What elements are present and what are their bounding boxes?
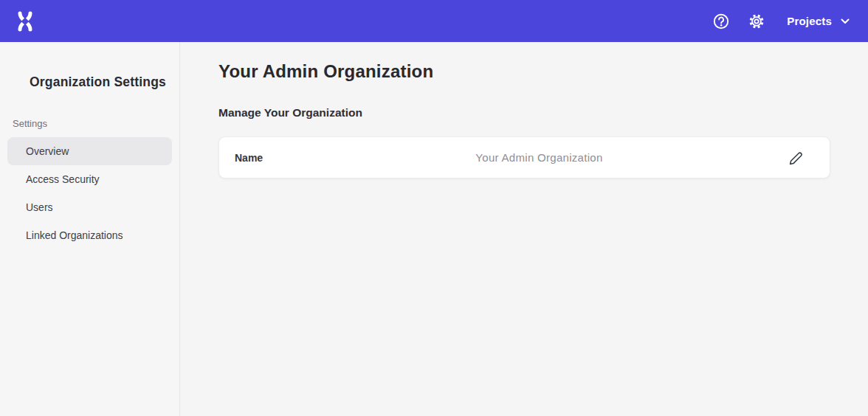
settings-button[interactable]	[748, 13, 765, 30]
edit-name-button[interactable]	[787, 148, 806, 167]
mendix-logo-icon	[14, 10, 36, 32]
sidebar-item-access-security[interactable]: Access Security	[7, 165, 172, 193]
app-header: Projects	[0, 0, 868, 42]
name-field-row: Name Your Admin Organization	[218, 136, 830, 178]
sidebar-item-linked-organizations[interactable]: Linked Organizations	[7, 221, 172, 249]
name-field-label: Name	[235, 152, 263, 164]
sidebar-item-label: Linked Organizations	[26, 229, 123, 241]
sidebar-item-label: Access Security	[26, 173, 100, 185]
help-icon	[712, 13, 730, 30]
page-title: Your Admin Organization	[218, 61, 830, 82]
main-content: Your Admin Organization Manage Your Orga…	[180, 42, 868, 416]
sidebar: Organization Settings Settings Overview …	[0, 42, 180, 416]
gear-icon	[748, 13, 765, 30]
app-body: Organization Settings Settings Overview …	[0, 42, 868, 416]
section-title: Manage Your Organization	[218, 106, 830, 119]
chevron-down-icon	[841, 18, 850, 24]
name-field-value: Your Admin Organization	[475, 151, 602, 164]
sidebar-item-label: Overview	[26, 145, 69, 157]
sidebar-item-overview[interactable]: Overview	[7, 137, 172, 165]
sidebar-item-users[interactable]: Users	[7, 193, 172, 221]
sidebar-item-label: Users	[26, 201, 53, 213]
home-logo-button[interactable]	[14, 10, 36, 32]
pencil-icon	[788, 149, 805, 167]
sidebar-nav: Overview Access Security Users Linked Or…	[7, 137, 172, 249]
header-actions: Projects	[712, 13, 850, 30]
sidebar-title: Organization Settings	[30, 74, 179, 90]
projects-label: Projects	[787, 15, 832, 27]
help-button[interactable]	[712, 13, 730, 30]
sidebar-section-label: Settings	[13, 118, 179, 129]
projects-dropdown[interactable]: Projects	[787, 15, 850, 27]
